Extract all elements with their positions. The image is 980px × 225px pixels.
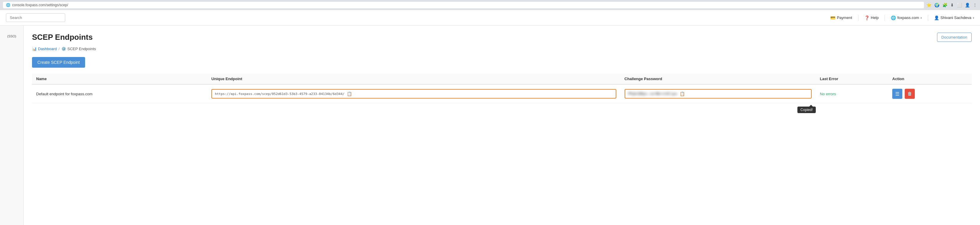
domain-button[interactable]: 🌐 foxpass.com › <box>891 16 921 20</box>
delete-icon: 🗑 <box>907 91 912 96</box>
profile-icon[interactable]: 👤 <box>965 3 970 7</box>
main-content: SCEP Endpoints Documentation 📊 Dashboard… <box>24 26 980 225</box>
no-errors-text: No errors <box>820 92 836 96</box>
sidebar: (SSO) <box>0 26 24 225</box>
table-row: Default endpoint for foxpass.com https:/… <box>32 84 972 103</box>
breadcrumb-dashboard-label: Dashboard <box>38 46 57 51</box>
help-button[interactable]: ❓ Help <box>864 16 879 20</box>
user-chevron-icon: › <box>973 16 974 20</box>
table-body: Default endpoint for foxpass.com https:/… <box>32 84 972 103</box>
user-icon: 👤 <box>934 16 939 20</box>
download-icon[interactable]: ⬇ <box>950 3 954 7</box>
create-scep-endpoint-button[interactable]: Create SCEP Endpoint <box>32 57 85 68</box>
browser-chrome: 🌐 console.foxpass.com/settings/scep/ ⭐ 🌍… <box>0 0 980 10</box>
breadcrumb-current: ⚙️ SCEP Endpoints <box>61 46 96 51</box>
table-header-row: Name Unique Endpoint Challenge Password … <box>32 73 972 84</box>
page-title: SCEP Endpoints <box>32 33 93 42</box>
documentation-button[interactable]: Documentation <box>937 33 972 42</box>
sidebar-item-sso[interactable]: (SSO) <box>6 32 18 41</box>
breadcrumb: 📊 Dashboard / ⚙️ SCEP Endpoints <box>32 46 972 51</box>
title-row: SCEP Endpoints Documentation <box>32 33 972 46</box>
delete-button[interactable]: 🗑 <box>905 89 915 99</box>
divider-1 <box>858 15 859 21</box>
divider-3 <box>928 15 928 21</box>
domain-label: foxpass.com <box>897 16 919 20</box>
col-password: Challenge Password <box>620 73 816 84</box>
col-name: Name <box>32 73 207 84</box>
puzzle-icon[interactable]: 🧩 <box>942 3 947 7</box>
breadcrumb-dashboard-link[interactable]: 📊 Dashboard <box>32 46 57 51</box>
domain-icon: 🌐 <box>891 16 896 20</box>
copy-endpoint-icon[interactable]: 📋 <box>347 91 352 96</box>
edit-icon: ☰ <box>895 91 899 97</box>
table-header: Name Unique Endpoint Challenge Password … <box>32 73 972 84</box>
row-name: Default endpoint for foxpass.com <box>32 84 207 103</box>
challenge-password-text: PPpbJQRps.cerNbrstAlips <box>628 92 677 96</box>
row-last-error: No errors <box>816 84 888 103</box>
menu-icon[interactable]: ⋮ <box>973 3 977 7</box>
help-icon: ❓ <box>864 16 869 20</box>
payment-button[interactable]: 💳 Payment <box>830 16 852 20</box>
user-button[interactable]: 👤 Shivani Sachdeva › <box>934 16 974 20</box>
copied-tooltip: Copied! <box>797 107 816 113</box>
endpoint-url-box: https://api.foxpass.com/scep/052d61d3-53… <box>212 89 616 99</box>
breadcrumb-separator: / <box>59 46 60 51</box>
user-label: Shivani Sachdeva <box>940 16 971 20</box>
row-endpoint-cell: https://api.foxpass.com/scep/052d61d3-53… <box>207 84 620 103</box>
col-action: Action <box>888 73 972 84</box>
endpoint-url-text: https://api.foxpass.com/scep/052d61d3-53… <box>215 92 344 96</box>
divider-2 <box>885 15 885 21</box>
url-text: console.foxpass.com/settings/scep/ <box>12 3 68 7</box>
row-challenge-cell: PPpbJQRps.cerNbrstAlips 📋 Copied! <box>620 84 816 103</box>
dashboard-icon: 📊 <box>32 46 37 51</box>
sso-label: (SSO) <box>7 34 16 38</box>
search-input[interactable] <box>6 13 65 22</box>
edit-button[interactable]: ☰ <box>892 89 902 99</box>
payment-label: Payment <box>837 16 852 20</box>
extensions-icon[interactable]: 🌍 <box>934 3 939 7</box>
challenge-password-box: PPpbJQRps.cerNbrstAlips 📋 <box>625 89 811 99</box>
browser-toolbar: ⭐ 🌍 🧩 ⬇ ⬜ 👤 ⋮ <box>926 3 977 7</box>
col-endpoint: Unique Endpoint <box>207 73 620 84</box>
help-label: Help <box>871 16 879 20</box>
row-actions: ☰ 🗑 <box>888 84 972 103</box>
layout-icon[interactable]: ⬜ <box>957 3 962 7</box>
scep-icon: ⚙️ <box>61 46 66 51</box>
copy-password-icon[interactable]: 📋 <box>680 91 685 96</box>
col-error: Last Error <box>816 73 888 84</box>
bookmark-icon[interactable]: ⭐ <box>926 3 931 7</box>
breadcrumb-current-label: SCEP Endpoints <box>67 46 96 51</box>
favicon-icon: 🌐 <box>6 3 10 7</box>
main-layout: (SSO) SCEP Endpoints Documentation 📊 Das… <box>0 26 980 225</box>
app-header: 💳 Payment ❓ Help 🌐 foxpass.com › 👤 Shiva… <box>0 10 980 26</box>
action-buttons: ☰ 🗑 <box>892 89 967 99</box>
domain-chevron-icon: › <box>920 16 921 20</box>
scep-endpoints-table: Name Unique Endpoint Challenge Password … <box>32 73 972 103</box>
header-actions: 💳 Payment ❓ Help 🌐 foxpass.com › 👤 Shiva… <box>830 15 974 21</box>
address-bar[interactable]: 🌐 console.foxpass.com/settings/scep/ <box>3 2 924 8</box>
payment-icon: 💳 <box>830 16 835 20</box>
